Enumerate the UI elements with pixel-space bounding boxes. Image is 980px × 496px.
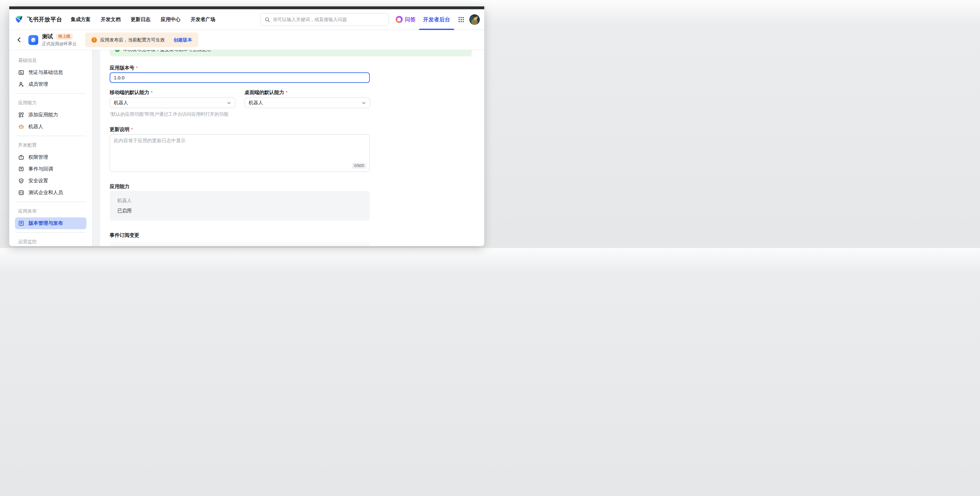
- sidebar-divider: [16, 232, 86, 233]
- required-mark: *: [136, 65, 138, 70]
- default-capability-hint: “默认的应用功能”即用户通过工作台访问应用时打开的功能: [110, 111, 484, 117]
- nav-menu: 集成方案 开发文档 更新日志 应用中心 开发者广场: [71, 16, 215, 23]
- app-title-block: 测试 待上线 正式应用@环界云: [42, 33, 76, 47]
- window-titlebar: [9, 6, 484, 9]
- search-input[interactable]: 你可以输入关键词，或直接输入问题: [260, 13, 389, 26]
- sidebar-section-dev-config: 开发配置: [15, 142, 86, 148]
- sidebar-item-test-org[interactable]: 测试企业和人员: [15, 187, 86, 199]
- main-panel: 本次发布免审核，提交发布后即可上线使用 应用版本号* 移动端的默认能力* 机器人: [100, 50, 484, 246]
- char-counter: 0/500: [352, 163, 366, 169]
- developer-console-tab[interactable]: 开发者后台: [423, 9, 450, 30]
- sidebar-item-events[interactable]: 事件与回调: [15, 163, 86, 175]
- sidebar-item-label: 版本管理与发布: [29, 220, 63, 227]
- feishu-logo[interactable]: 飞书开放平台: [14, 15, 62, 24]
- desktop-capability-value: 机器人: [249, 100, 263, 106]
- desktop-capability-label: 桌面端的默认能力*: [245, 90, 370, 95]
- browser-window: 飞书开放平台 集成方案 开发文档 更新日志 应用中心 开发者广场 你可以输入关键…: [9, 6, 484, 246]
- warning-icon: !: [92, 37, 97, 43]
- app-icon: [29, 35, 38, 45]
- sidebar-item-credentials[interactable]: 凭证与基础信息: [15, 67, 86, 78]
- feishu-logo-icon: [14, 15, 24, 24]
- changelog-textarea-field[interactable]: [114, 138, 366, 161]
- cube-icon: [30, 37, 37, 43]
- success-text: 本次发布免审核，提交发布后即可上线使用: [123, 50, 211, 52]
- mobile-capability-select[interactable]: 机器人: [110, 97, 235, 108]
- sidebar-section-app-capability: 应用能力: [15, 99, 86, 106]
- status-badge: 待上线: [56, 33, 73, 40]
- sidebar-item-label: 权限管理: [29, 154, 48, 161]
- qa-ring-icon: [396, 16, 402, 23]
- chevron-down-icon: [361, 101, 366, 105]
- app-subtitle: 正式应用@环界云: [42, 41, 76, 47]
- user-avatar[interactable]: [469, 14, 480, 25]
- capability-name: 机器人: [117, 198, 362, 204]
- warning-text: 应用发布后，当前配置方可生效: [100, 37, 165, 43]
- apps-grid-icon[interactable]: [458, 17, 464, 23]
- search-placeholder: 你可以输入关键词，或直接输入问题: [273, 17, 347, 23]
- success-banner: 本次发布免审核，提交发布后即可上线使用: [110, 50, 472, 56]
- capability-status: 已启用: [117, 208, 362, 214]
- nav-item-changelog[interactable]: 更新日志: [131, 16, 151, 23]
- sidebar-item-members[interactable]: 成员管理: [15, 78, 86, 90]
- desktop-capability-select[interactable]: 机器人: [245, 97, 370, 108]
- success-check-icon: [115, 50, 120, 52]
- changelog-label: 更新说明*: [110, 127, 484, 132]
- app-name: 测试: [42, 33, 53, 40]
- sidebar-item-label: 添加应用能力: [29, 111, 58, 118]
- sidebar-divider: [16, 202, 86, 202]
- sidebar-gutter: [92, 50, 100, 246]
- sidebar-section-app-release: 应用发布: [15, 208, 86, 214]
- event-subscription-heading: 事件订阅变更: [110, 233, 484, 238]
- shield-check-icon: [18, 178, 24, 184]
- search-icon: [265, 17, 270, 22]
- sidebar-item-add-capability[interactable]: 添加应用能力: [15, 109, 86, 121]
- robot-icon: [18, 124, 24, 130]
- version-input[interactable]: [110, 72, 370, 83]
- sidebar-item-label: 安全设置: [29, 178, 48, 184]
- nav-item-docs[interactable]: 开发文档: [101, 16, 121, 23]
- sidebar-item-label: 事件与回调: [29, 166, 53, 172]
- grid-plus-icon: [18, 112, 24, 118]
- sidebar-item-bot[interactable]: 机器人: [15, 121, 86, 133]
- sidebar-item-security[interactable]: 安全设置: [15, 175, 86, 187]
- sidebar-divider: [16, 136, 86, 136]
- capability-card: 机器人 已启用: [110, 191, 370, 221]
- changelog-textarea[interactable]: 0/500: [110, 134, 370, 172]
- sidebar-item-label: 成员管理: [29, 81, 48, 87]
- sidebar-item-label: 凭证与基础信息: [29, 69, 63, 76]
- create-version-link[interactable]: 创建版本: [173, 37, 192, 43]
- nav-item-integrations[interactable]: 集成方案: [71, 16, 91, 23]
- qa-link[interactable]: 问答: [396, 16, 416, 23]
- brand-name: 飞书开放平台: [27, 16, 62, 23]
- qa-label: 问答: [405, 16, 416, 23]
- member-add-icon: [18, 81, 24, 87]
- publish-icon: [18, 220, 24, 226]
- sidebar: 基础信息 凭证与基础信息 成员管理 应用能力: [9, 50, 92, 246]
- sidebar-item-version-management[interactable]: 版本管理与发布: [15, 218, 86, 229]
- sidebar-section-operations: 运营监控: [15, 238, 86, 245]
- publish-warning-banner: ! 应用发布后，当前配置方可生效 创建版本: [85, 32, 198, 47]
- code-square-icon: [18, 190, 24, 196]
- content-region: 基础信息 凭证与基础信息 成员管理 应用能力: [9, 50, 484, 246]
- active-tab-indicator: [419, 29, 454, 30]
- version-label: 应用版本号*: [110, 65, 484, 70]
- back-chevron-icon: [16, 37, 22, 43]
- app-header: 测试 待上线 正式应用@环界云 ! 应用发布后，当前配置方可生效 创建版本: [9, 30, 484, 50]
- briefcase-icon: [18, 154, 24, 161]
- sidebar-section-basic-info: 基础信息: [15, 57, 86, 64]
- id-card-icon: [18, 70, 24, 76]
- nav-item-app-center[interactable]: 应用中心: [161, 16, 180, 23]
- chevron-down-icon: [227, 101, 231, 105]
- capability-heading: 应用能力: [110, 184, 484, 189]
- sidebar-item-permissions[interactable]: 权限管理: [15, 151, 86, 163]
- event-subscription-card: [110, 241, 370, 246]
- nav-item-developer-plaza[interactable]: 开发者广场: [191, 16, 215, 23]
- sidebar-item-label: 测试企业和人员: [29, 189, 63, 196]
- version-input-field[interactable]: [114, 75, 366, 80]
- mobile-capability-value: 机器人: [114, 100, 128, 106]
- event-callback-icon: [18, 166, 24, 172]
- back-button[interactable]: [16, 35, 23, 45]
- mobile-capability-label: 移动端的默认能力*: [110, 90, 235, 95]
- developer-console-label: 开发者后台: [423, 16, 450, 23]
- top-navbar: 飞书开放平台 集成方案 开发文档 更新日志 应用中心 开发者广场 你可以输入关键…: [9, 9, 484, 30]
